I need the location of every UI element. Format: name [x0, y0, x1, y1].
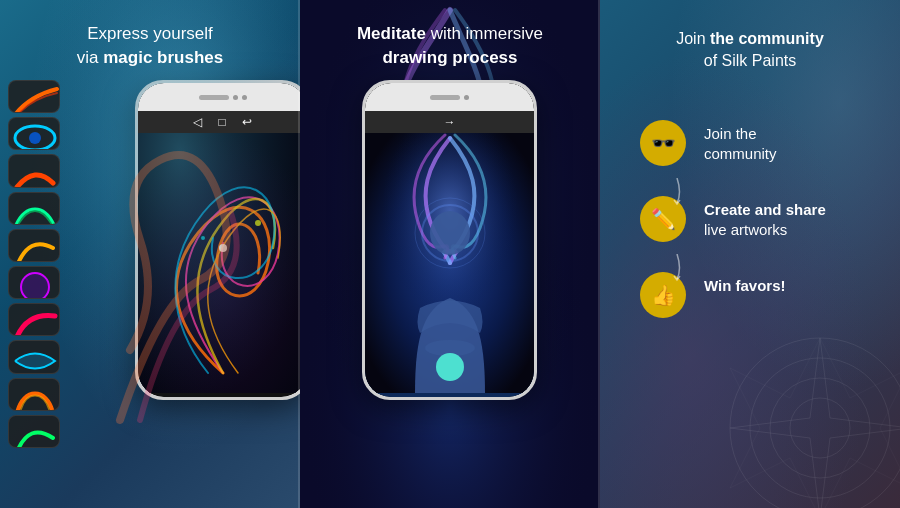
phone-sensor-1: [242, 95, 247, 100]
brush-item-4[interactable]: [8, 192, 60, 225]
panel2-divider: [598, 0, 600, 508]
feature-1-line2: community: [704, 144, 777, 164]
brush-item-7[interactable]: [8, 303, 60, 336]
panel1-headline-line1: Express yourself: [20, 22, 280, 46]
phone-home-icon: □: [218, 115, 225, 129]
phone-speaker-2: [430, 95, 460, 100]
panel3-community-bold: the community: [710, 30, 824, 47]
panel3-title-line1: Join the community: [620, 28, 880, 50]
panel-1: Express yourself via magic brushes: [0, 0, 300, 508]
panel-3: Join the community of Silk Paints 🕶️ Joi…: [600, 0, 900, 508]
brush-item-2[interactable]: [8, 117, 60, 150]
panel1-headline-magic: magic brushes: [103, 48, 223, 67]
mandala-bg: [720, 328, 900, 508]
panel2-headline-line1: Meditate with immersive: [320, 22, 580, 46]
brush-panel: [8, 80, 63, 448]
svg-point-18: [750, 358, 890, 498]
feature-2-line1: Create and share: [704, 200, 826, 220]
panel1-divider: [298, 0, 300, 508]
phone-icon-bar-1: ◁ □ ↩: [138, 111, 300, 133]
brush-item-1[interactable]: [8, 80, 60, 113]
phone-mockup-2: →: [362, 80, 537, 400]
feature-list: 🕶️ Join the community ✏️ Create and shar…: [640, 120, 880, 318]
svg-point-20: [790, 398, 850, 458]
community-icon-circle: 🕶️: [640, 120, 686, 166]
phone-icon-bar-2: →: [365, 111, 534, 133]
panel-2: Meditate with immersive drawing process …: [300, 0, 600, 508]
feature-item-1: 🕶️ Join the community: [640, 120, 880, 166]
thumbsup-icon: 👍: [651, 283, 676, 307]
pencil-icon: ✏️: [651, 207, 676, 231]
panel2-headline: Meditate with immersive drawing process: [300, 22, 600, 70]
feature-text-1: Join the community: [704, 120, 777, 165]
feature-text-3: Win favors!: [704, 272, 786, 296]
panel1-headline-line2: via magic brushes: [20, 46, 280, 70]
svg-point-17: [730, 338, 900, 508]
panel2-with: with immersive: [431, 24, 543, 43]
feature-1-line1: Join the: [704, 124, 777, 144]
feature-2-line2: live artworks: [704, 220, 826, 240]
brush-item-9[interactable]: [8, 378, 60, 411]
panel1-headline-via: via: [77, 48, 103, 67]
svg-point-2: [29, 132, 41, 144]
brush-item-3[interactable]: [8, 154, 60, 187]
brush-item-10[interactable]: [8, 415, 60, 448]
brush-item-8[interactable]: [8, 340, 60, 373]
circle-button[interactable]: [436, 353, 464, 381]
phone-recent-icon: ↩: [242, 115, 252, 129]
panel3-title: Join the community of Silk Paints: [600, 28, 900, 73]
phone-speaker-1: [199, 95, 229, 100]
panel2-meditate: Meditate: [357, 24, 426, 43]
phone-camera-2: [464, 95, 469, 100]
phone-screen-2: →: [365, 83, 534, 397]
feature-text-2: Create and share live artworks: [704, 196, 826, 241]
phone-top-bar-2: [365, 83, 534, 111]
svg-point-19: [770, 378, 870, 478]
phone-top-bar-1: [138, 83, 300, 111]
svg-point-3: [21, 273, 49, 299]
brush-item-6[interactable]: [8, 266, 60, 299]
panel2-headline-line2: drawing process: [320, 46, 580, 70]
phone-back-icon: ◁: [193, 115, 202, 129]
brush-item-5[interactable]: [8, 229, 60, 262]
phone-arrow-icon: →: [444, 115, 456, 129]
phone-camera-1: [233, 95, 238, 100]
glasses-icon: 🕶️: [651, 131, 676, 155]
panel1-headline: Express yourself via magic brushes: [0, 22, 300, 70]
panel3-title-line2: of Silk Paints: [620, 50, 880, 72]
panel3-join-normal: Join: [676, 30, 710, 47]
feature-3-line1: Win favors!: [704, 276, 786, 296]
svg-point-13: [430, 211, 470, 255]
